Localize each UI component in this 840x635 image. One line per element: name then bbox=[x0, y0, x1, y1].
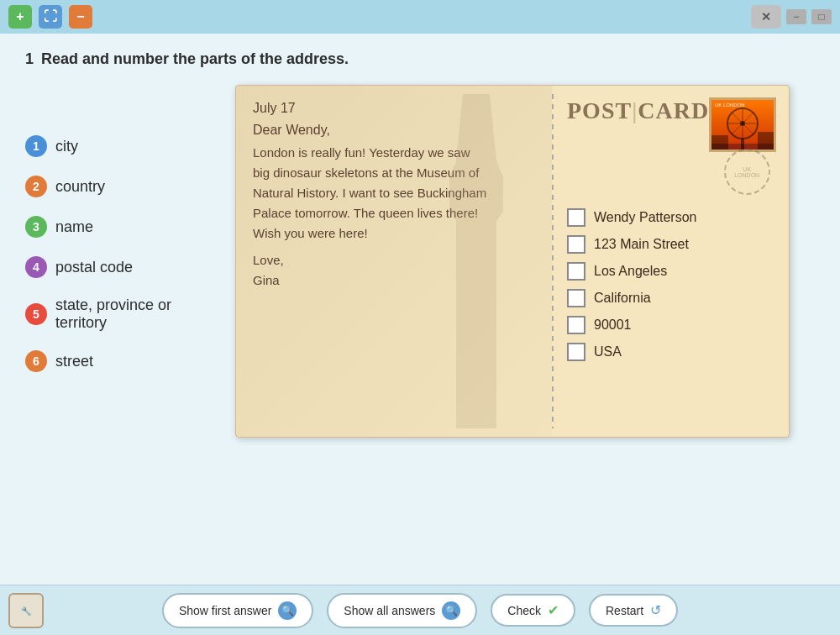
label-item-1: 1 city bbox=[25, 135, 210, 157]
labels-list: 1 city 2 country 3 name 4 postal code 5 … bbox=[25, 85, 210, 391]
postcard-left: July 17 Dear Wendy, London is really fun… bbox=[236, 86, 552, 437]
question-text: Read and number the parts of the address… bbox=[41, 50, 349, 67]
label-item-4: 4 postal code bbox=[25, 256, 210, 278]
svg-text:UK LONDON: UK LONDON bbox=[715, 102, 745, 108]
label-number: 6 bbox=[25, 350, 47, 372]
restart-label: Restart bbox=[606, 604, 643, 617]
label-text: country bbox=[55, 178, 105, 196]
address-checkbox-3[interactable] bbox=[567, 262, 585, 281]
postmark: UKLONDON bbox=[724, 149, 770, 195]
label-text: state, province or territory bbox=[55, 297, 210, 332]
address-row-4: California bbox=[567, 289, 775, 307]
label-text: postal code bbox=[55, 259, 133, 276]
show-first-answer-button[interactable]: Show first answer 🔍 bbox=[162, 593, 313, 628]
restart-icon: ↺ bbox=[650, 602, 661, 618]
address-text-6: USA bbox=[594, 344, 622, 359]
address-checkbox-1[interactable] bbox=[567, 208, 585, 227]
add-button[interactable]: + bbox=[8, 5, 32, 29]
address-checkbox-4[interactable] bbox=[567, 289, 585, 307]
postcard-signoff: Love,Gina bbox=[253, 250, 488, 291]
toolbar: + ⛶ − ✕ − □ bbox=[0, 0, 840, 34]
label-text: city bbox=[55, 138, 78, 155]
show-all-answers-label: Show all answers bbox=[344, 604, 435, 617]
question-title: 1 Read and number the parts of the addre… bbox=[25, 50, 815, 68]
check-label: Check bbox=[507, 604, 541, 617]
label-number: 4 bbox=[25, 256, 47, 278]
address-text-2: 123 Main Street bbox=[594, 237, 689, 252]
postcard-header: POST|CARD bbox=[567, 97, 775, 195]
label-number: 5 bbox=[25, 303, 47, 325]
label-item-6: 6 street bbox=[25, 350, 210, 372]
address-checkbox-2[interactable] bbox=[567, 235, 585, 254]
address-row-3: Los Angeles bbox=[567, 262, 775, 281]
postcard-right: POST|CARD bbox=[554, 86, 789, 437]
label-text: street bbox=[55, 353, 93, 370]
postcard-date: July 17 bbox=[253, 101, 535, 116]
stamp: UK LONDON bbox=[709, 97, 776, 152]
toolbar-left: + ⛶ − bbox=[8, 5, 92, 29]
address-row-1: Wendy Patterson bbox=[567, 208, 775, 227]
postcard-body: London is really fun! Yesterday we saw b… bbox=[253, 143, 488, 244]
search-all-icon: 🔍 bbox=[442, 601, 460, 620]
main-content: 1 Read and number the parts of the addre… bbox=[0, 34, 840, 585]
address-text-4: California bbox=[594, 291, 651, 306]
label-number: 3 bbox=[25, 216, 47, 238]
address-row-5: 90001 bbox=[567, 316, 775, 334]
address-lines: Wendy Patterson 123 Main Street Los Ange… bbox=[567, 208, 775, 361]
address-text-3: Los Angeles bbox=[594, 264, 667, 279]
svg-rect-11 bbox=[758, 132, 774, 150]
postcard-greeting: Dear Wendy, bbox=[253, 123, 535, 138]
svg-rect-10 bbox=[711, 135, 728, 150]
postcard-title: POST|CARD bbox=[567, 97, 709, 124]
search-icon: 🔍 bbox=[278, 601, 297, 620]
show-all-answers-button[interactable]: Show all answers 🔍 bbox=[327, 593, 477, 628]
content-area: 1 city 2 country 3 name 4 postal code 5 … bbox=[25, 85, 815, 438]
label-number: 2 bbox=[25, 176, 47, 197]
remove-button[interactable]: − bbox=[69, 5, 92, 29]
check-icon: ✔ bbox=[548, 602, 559, 618]
label-item-5: 5 state, province or territory bbox=[25, 297, 210, 332]
close-button[interactable]: ✕ bbox=[751, 5, 781, 29]
question-number: 1 bbox=[25, 50, 34, 67]
label-text: name bbox=[55, 218, 93, 236]
address-text-1: Wendy Patterson bbox=[594, 210, 696, 225]
label-item-2: 2 country bbox=[25, 176, 210, 197]
label-number: 1 bbox=[25, 135, 47, 157]
label-item-3: 3 name bbox=[25, 216, 210, 238]
restart-button[interactable]: Restart ↺ bbox=[589, 594, 678, 627]
check-button[interactable]: Check ✔ bbox=[491, 594, 575, 627]
minimize-button[interactable]: − bbox=[786, 9, 806, 24]
bottom-bar: 🔧 Show first answer 🔍 Show all answers 🔍… bbox=[0, 585, 840, 635]
toolbar-right: ✕ − □ bbox=[751, 5, 832, 29]
show-first-answer-label: Show first answer bbox=[179, 604, 271, 617]
address-text-5: 90001 bbox=[594, 318, 632, 333]
address-row-2: 123 Main Street bbox=[567, 235, 775, 254]
address-row-6: USA bbox=[567, 343, 775, 361]
expand-button[interactable]: ⛶ bbox=[39, 5, 62, 29]
maximize-button[interactable]: □ bbox=[811, 9, 832, 24]
address-checkbox-5[interactable] bbox=[567, 316, 585, 334]
address-checkbox-6[interactable] bbox=[567, 343, 585, 361]
i-tools-button[interactable]: 🔧 bbox=[8, 593, 44, 628]
postcard: July 17 Dear Wendy, London is really fun… bbox=[235, 85, 790, 438]
